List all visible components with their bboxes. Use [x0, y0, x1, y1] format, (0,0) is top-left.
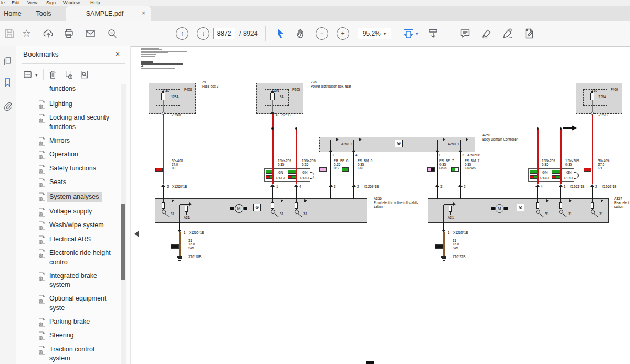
- tab-home[interactable]: Home: [1, 6, 24, 21]
- sign-pen-icon[interactable]: [501, 27, 514, 40]
- share-upload-icon[interactable]: [42, 27, 55, 40]
- bookmark-item-label: Traction controlsystem: [49, 345, 94, 363]
- bookmark-item[interactable]: Traction controlsystem: [16, 342, 122, 364]
- attachments-icon[interactable]: [2, 101, 13, 112]
- page-number-input[interactable]: [213, 28, 235, 39]
- expand-bookmark-icon[interactable]: [79, 69, 90, 80]
- zoom-in-button[interactable]: +: [337, 27, 349, 40]
- bookmark-item-label: Electronic ride heightcontro: [49, 249, 111, 267]
- email-icon[interactable]: [84, 27, 97, 40]
- page-scrolling-icon[interactable]: [427, 27, 439, 40]
- bookmark-item-label: Optional equipmentsyste: [49, 294, 106, 313]
- print-icon[interactable]: [62, 27, 75, 40]
- close-tab-icon[interactable]: ×: [142, 9, 145, 17]
- bookmark-item[interactable]: Wash/wipe system: [16, 219, 122, 233]
- panel-toolbar-divider: [43, 69, 44, 80]
- bookmark-page-icon: [38, 178, 46, 187]
- toolbar-divider: [265, 26, 266, 41]
- navigation-pane-strip: [0, 46, 16, 364]
- fill-and-sign-icon[interactable]: [523, 27, 536, 40]
- tab-tools[interactable]: Tools: [32, 6, 55, 21]
- bookmark-page-icon: [38, 192, 46, 201]
- bookmark-item-label: Safety functions: [49, 164, 96, 174]
- zoom-out-button[interactable]: −: [316, 27, 328, 40]
- bookmark-item[interactable]: Seats: [16, 176, 122, 190]
- bookmark-item[interactable]: Parking brake: [16, 315, 122, 329]
- bookmark-page-icon: [38, 165, 46, 174]
- star-icon[interactable]: ☆: [22, 28, 31, 39]
- bookmark-item[interactable]: Electrical ARS: [16, 232, 122, 247]
- next-page-button[interactable]: ↓: [197, 27, 209, 40]
- bookmark-page-icon: [38, 295, 46, 304]
- fit-width-caret-icon[interactable]: ▾: [416, 31, 418, 36]
- bookmark-item-label: System analyses: [49, 192, 102, 203]
- bookmark-item-label: Seats: [49, 178, 66, 187]
- bookmarks-panel: Bookmarks × ▾ functionsLightingLocking a…: [16, 46, 131, 364]
- menu-help[interactable]: Help: [90, 0, 100, 6]
- document-page: [131, 46, 630, 364]
- bookmark-item-label: functions: [49, 84, 76, 95]
- bookmark-item-label: Voltage supply: [49, 207, 92, 217]
- bookmark-item-label: Electrical ARS: [49, 235, 91, 244]
- fit-width-icon[interactable]: [402, 27, 415, 40]
- bookmark-item[interactable]: Voltage supply: [16, 205, 122, 219]
- toolbar-divider: [450, 26, 450, 41]
- bookmark-item[interactable]: Optional equipmentsyste: [16, 292, 122, 315]
- bookmark-page-icon: [38, 235, 46, 244]
- hand-tool-icon[interactable]: [295, 27, 307, 40]
- bookmark-page-icon: [38, 331, 46, 340]
- toolbar: ☆ ↑ ↓ / 8924 − + 95.2% ▾ ▾: [0, 21, 630, 47]
- bookmark-item-label: Steering: [49, 331, 74, 340]
- bookmark-item[interactable]: Operation: [16, 148, 122, 162]
- page-total-label: / 8924: [239, 30, 258, 37]
- search-icon[interactable]: [106, 27, 119, 40]
- bookmark-options-icon[interactable]: [23, 69, 34, 80]
- bookmark-item[interactable]: Mirrors: [16, 134, 122, 148]
- comment-icon[interactable]: [459, 27, 471, 40]
- previous-page-button[interactable]: ↑: [176, 27, 188, 40]
- bookmark-page-icon: [38, 208, 46, 217]
- bookmark-item[interactable]: Steering: [16, 329, 122, 343]
- select-tool-icon[interactable]: [274, 27, 287, 40]
- tab-document[interactable]: SAMPLE.pdf ×: [66, 6, 151, 21]
- bookmark-item-label: Parking brake: [49, 317, 90, 327]
- bookmarks-panel-icon[interactable]: [2, 77, 13, 88]
- bookmark-page-icon: [38, 346, 46, 355]
- acrobat-window: le Edit View Sign Window Help Home Tools…: [0, 0, 630, 364]
- bookmark-item[interactable]: System analyses: [16, 189, 122, 205]
- chevron-down-icon: ▾: [384, 31, 386, 36]
- bookmark-page-icon: [38, 114, 46, 123]
- bookmark-item[interactable]: functions: [16, 84, 122, 97]
- bookmarks-scrollbar-thumb[interactable]: [121, 204, 125, 280]
- bookmark-item[interactable]: Locking and securityfunctions: [16, 111, 122, 134]
- tab-bar: Home Tools SAMPLE.pdf ×: [0, 6, 630, 21]
- bookmark-page-icon: [38, 100, 46, 109]
- bookmark-item-label: Locking and securityfunctions: [49, 113, 109, 132]
- highlighter-icon[interactable]: [480, 27, 493, 40]
- bookmark-item[interactable]: Electronic ride heightcontro: [16, 247, 122, 270]
- menu-file[interactable]: le: [1, 0, 5, 6]
- bookmark-page-icon: [38, 272, 46, 281]
- bookmark-item-label: Wash/wipe system: [49, 221, 104, 230]
- add-bookmark-icon[interactable]: [63, 69, 74, 80]
- page-thumbnails-icon[interactable]: [2, 56, 13, 67]
- bookmark-item-label: Integrated brakesystem: [49, 272, 97, 290]
- bookmark-item[interactable]: Safety functions: [16, 162, 122, 176]
- bookmark-page-icon: [38, 249, 46, 258]
- menu-window[interactable]: Window: [63, 0, 80, 6]
- panel-divider: [22, 63, 125, 64]
- bookmark-page-icon: [38, 151, 46, 159]
- bookmark-item[interactable]: Lighting: [16, 97, 122, 111]
- delete-bookmark-icon[interactable]: [47, 69, 58, 80]
- bookmark-item[interactable]: Integrated brakesystem: [16, 269, 122, 292]
- document-tab-label: SAMPLE.pdf: [86, 10, 124, 17]
- collapse-panel-handle[interactable]: [131, 231, 139, 237]
- save-icon[interactable]: [3, 27, 16, 40]
- menu-edit[interactable]: Edit: [12, 0, 20, 6]
- menu-sign[interactable]: Sign: [46, 0, 56, 6]
- chevron-down-icon[interactable]: ▾: [35, 72, 38, 78]
- close-panel-icon[interactable]: ×: [116, 50, 120, 58]
- menu-view[interactable]: View: [27, 0, 37, 6]
- bookmark-page-icon: [38, 137, 46, 146]
- zoom-level-select[interactable]: 95.2% ▾: [358, 28, 391, 39]
